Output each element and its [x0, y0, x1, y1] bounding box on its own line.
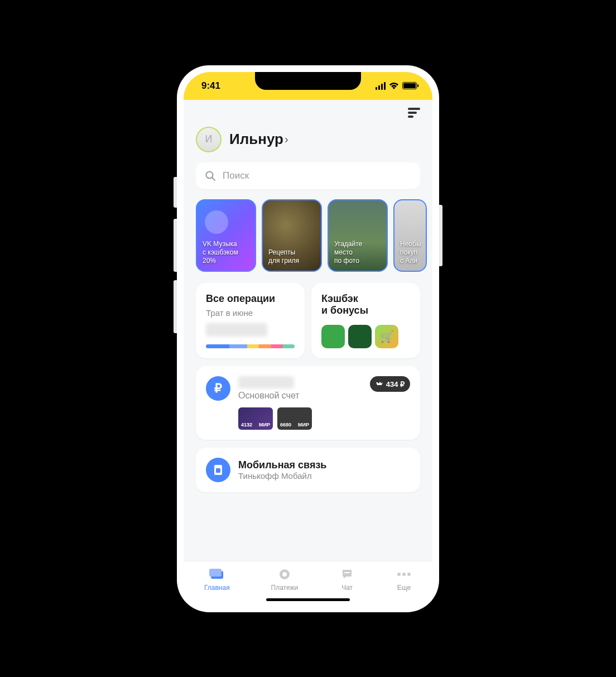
svg-point-0 [206, 171, 213, 178]
sim-icon [206, 458, 230, 482]
story-card[interactable]: Необы покуп с Али [393, 199, 427, 272]
search-placeholder: Поиск [223, 170, 249, 181]
home-indicator[interactable] [266, 598, 350, 601]
story-text: Рецепты для гриля [268, 248, 299, 265]
story-text: Необы покуп с Али [400, 240, 421, 265]
cashback-card[interactable]: Кэшбэк и бонусы 🛒 [311, 283, 420, 359]
story-text: Угадайте место по фото [334, 240, 362, 265]
topbar [184, 100, 432, 122]
card-subtitle: Трат в июне [206, 308, 295, 318]
tab-label: Чат [341, 584, 353, 592]
chat-icon [339, 567, 355, 582]
card-title: Кэшбэк и бонусы [321, 293, 410, 317]
bonus-icon [321, 325, 345, 348]
svg-line-1 [213, 177, 215, 180]
filter-icon[interactable] [408, 108, 420, 118]
story-card[interactable]: Угадайте место по фото [328, 199, 388, 272]
badge-amount: 434 ₽ [386, 380, 405, 388]
profile-row[interactable]: И Ильнур › [184, 122, 432, 162]
bonus-icons: 🛒 [321, 325, 410, 348]
bonus-icon [348, 325, 372, 348]
svg-point-11 [407, 573, 411, 576]
phone-frame: 9:41 И Ильнур › Поиск [177, 65, 439, 612]
cards-row: 4132 МИР 6680 МИР [238, 407, 362, 430]
profile-name-text: Ильнур [229, 131, 283, 148]
card-system: МИР [259, 422, 270, 428]
bonus-badge[interactable]: 434 ₽ [370, 376, 410, 392]
card-last4: 6680 [280, 422, 291, 428]
story-card[interactable]: VK Музыка с кэшбэком 20% [196, 199, 256, 272]
svg-point-9 [397, 573, 401, 576]
avatar[interactable]: И [196, 127, 222, 152]
story-card[interactable]: Рецепты для гриля [262, 199, 322, 272]
mobile-title: Мобильная связь [238, 459, 326, 471]
account-card[interactable]: ₽ Основной счет 4132 МИР 6680 МИР [196, 366, 420, 440]
screen: 9:41 И Ильнур › Поиск [184, 72, 432, 606]
card-system: МИР [298, 422, 309, 428]
card-title: Все операции [206, 293, 295, 305]
search-icon [205, 170, 216, 181]
cart-icon: 🛒 [375, 325, 398, 348]
mobile-subtitle: Тинькофф Мобайл [238, 471, 326, 481]
blurred-balance [238, 376, 294, 388]
blurred-amount [206, 323, 267, 337]
spending-bar [206, 344, 295, 348]
battery-icon [402, 82, 417, 89]
svg-rect-5 [209, 569, 222, 577]
svg-point-7 [282, 572, 287, 577]
search-input[interactable]: Поиск [196, 162, 420, 189]
card-last4: 4132 [241, 422, 252, 428]
status-icons [376, 82, 417, 90]
notch [255, 72, 361, 90]
svg-point-10 [402, 573, 406, 576]
svg-rect-3 [216, 468, 220, 473]
operations-card[interactable]: Все операции Трат в июне [196, 283, 305, 359]
home-icon [209, 567, 225, 582]
bank-card[interactable]: 4132 МИР [238, 407, 273, 430]
crown-icon [376, 381, 383, 387]
profile-name[interactable]: Ильнур › [229, 131, 288, 148]
stories-row[interactable]: VK Музыка с кэшбэком 20% Рецепты для гри… [184, 199, 432, 283]
svg-rect-8 [344, 572, 350, 573]
status-time: 9:41 [201, 80, 220, 92]
tab-more[interactable]: Еще [396, 567, 412, 606]
tab-home[interactable]: Главная [204, 567, 230, 606]
bank-card[interactable]: 6680 МИР [277, 407, 312, 430]
tab-label: Платежи [271, 584, 299, 592]
mobile-card[interactable]: Мобильная связь Тинькофф Мобайл [196, 448, 420, 492]
ruble-icon: ₽ [206, 376, 230, 401]
chevron-right-icon: › [285, 133, 288, 146]
wifi-icon [389, 82, 399, 89]
account-label: Основной счет [238, 391, 362, 401]
story-text: VK Музыка с кэшбэком 20% [203, 240, 238, 265]
content: И Ильнур › Поиск VK Музыка с кэшбэком 20… [184, 100, 432, 561]
tab-label: Еще [397, 584, 411, 592]
payments-icon [277, 567, 292, 582]
tab-label: Главная [204, 584, 230, 592]
cellular-icon [376, 82, 386, 90]
more-icon [396, 567, 412, 582]
tab-bar: Главная Платежи Чат Еще [184, 561, 432, 606]
